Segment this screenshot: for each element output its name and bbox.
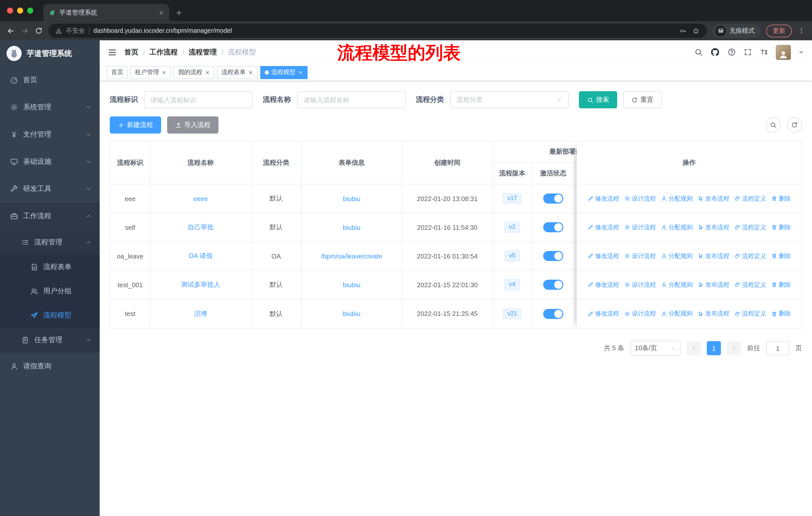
reset-button[interactable]: 重置 (623, 91, 662, 108)
action-design[interactable]: 设计流程 (624, 252, 656, 260)
search-button[interactable]: 搜索 (579, 91, 617, 108)
action-delete[interactable]: 删除 (771, 252, 791, 260)
activation-toggle[interactable] (543, 251, 563, 261)
window-close-button[interactable] (7, 7, 13, 13)
goto-page-input[interactable] (766, 341, 789, 355)
form-link[interactable]: biubiu (343, 223, 360, 231)
sidebar-item[interactable]: 研发工具 (0, 175, 100, 202)
process-name-link[interactable]: eeee (193, 195, 208, 202)
tab-close-icon[interactable] (158, 10, 164, 16)
action-delete[interactable]: 删除 (771, 309, 791, 318)
page-size-select[interactable]: 10条/页 (630, 341, 680, 356)
window-zoom-button[interactable] (27, 7, 33, 13)
tag-item[interactable]: 流程表单 (217, 66, 258, 79)
breadcrumb-item[interactable]: 流程管理 (189, 48, 217, 57)
form-link[interactable]: /bpm/oa/leave/create (321, 252, 382, 260)
action-definition[interactable]: 流程定义 (734, 252, 766, 260)
action-definition[interactable]: 流程定义 (734, 194, 766, 203)
activation-toggle[interactable] (543, 309, 563, 319)
sidebar-item[interactable]: 支付管理 (0, 121, 100, 148)
tag-close-icon[interactable] (248, 70, 253, 75)
action-publish[interactable]: 发布流程 (698, 252, 729, 260)
action-assign-user[interactable]: 分配规则 (661, 309, 693, 318)
process-name-link[interactable]: OA 请假 (188, 251, 212, 261)
action-design[interactable]: 设计流程 (624, 280, 656, 289)
tag-item[interactable]: 租户管理 (130, 66, 171, 79)
sidebar-item[interactable]: 基础设施 (0, 148, 100, 175)
prev-page-button[interactable] (687, 341, 701, 355)
process-key-input[interactable] (144, 91, 253, 108)
action-publish[interactable]: 发布流程 (698, 223, 729, 232)
forward-button[interactable] (21, 26, 29, 35)
refresh-table-button[interactable] (787, 117, 802, 133)
sidebar-item[interactable]: 流程表单 (0, 255, 100, 279)
action-definition[interactable]: 流程定义 (734, 280, 766, 289)
bookmark-star-icon[interactable] (692, 27, 700, 34)
reload-button[interactable] (35, 27, 43, 35)
tag-item[interactable]: 我的流程 (174, 66, 214, 79)
toggle-search-button[interactable] (766, 117, 781, 133)
action-assign-user[interactable]: 分配规则 (661, 280, 693, 289)
breadcrumb-item[interactable]: 工作流程 (149, 48, 178, 57)
action-edit[interactable]: 修改流程 (587, 280, 619, 289)
address-bar[interactable]: 不安全 dashboard.yudao.iocoder.cn/bpm/manag… (48, 24, 707, 38)
help-icon[interactable] (727, 48, 736, 56)
activation-toggle[interactable] (543, 222, 563, 232)
action-edit[interactable]: 修改流程 (587, 309, 619, 318)
tag-close-icon[interactable] (205, 70, 210, 75)
new-tab-button[interactable] (169, 4, 189, 21)
sidebar-item[interactable]: 系统管理 (0, 94, 100, 121)
action-assign-user[interactable]: 分配规则 (661, 252, 693, 260)
activation-toggle[interactable] (543, 193, 563, 203)
action-delete[interactable]: 删除 (771, 194, 791, 203)
activation-toggle[interactable] (543, 280, 563, 290)
password-key-icon[interactable] (679, 27, 687, 34)
breadcrumb-item[interactable]: 首页 (124, 48, 139, 57)
action-design[interactable]: 设计流程 (624, 223, 656, 232)
avatar-caret-icon[interactable] (799, 49, 804, 55)
sidebar-item[interactable]: 流程模型 (0, 303, 100, 328)
category-select[interactable]: 流程分类 (450, 91, 569, 108)
action-design[interactable]: 设计流程 (624, 309, 656, 318)
hamburger-icon[interactable] (108, 48, 117, 57)
process-name-link[interactable]: 滔博 (194, 309, 207, 318)
action-definition[interactable]: 流程定义 (734, 223, 766, 232)
action-delete[interactable]: 删除 (771, 280, 791, 289)
sidebar-item[interactable]: 流程管理 (0, 230, 100, 255)
next-page-button[interactable] (727, 341, 741, 355)
app-logo[interactable]: 芋道管理系统 (0, 40, 100, 66)
browser-tab[interactable]: 芋道管理系统 (43, 4, 169, 21)
fullscreen-icon[interactable] (744, 48, 752, 56)
form-link[interactable]: biubiu (343, 281, 360, 289)
tag-item[interactable]: 流程模型 (260, 66, 308, 79)
action-delete[interactable]: 删除 (771, 223, 791, 232)
tag-item[interactable]: 首页 (107, 66, 128, 79)
action-edit[interactable]: 修改流程 (587, 194, 619, 203)
import-process-button[interactable]: 导入流程 (167, 116, 219, 134)
action-definition[interactable]: 流程定义 (734, 309, 766, 318)
sidebar-item[interactable]: 工作流程 (0, 202, 100, 230)
process-name-link[interactable]: 自己审批 (187, 223, 214, 232)
sidebar-item[interactable]: 任务管理 (0, 328, 100, 353)
back-button[interactable] (6, 26, 15, 35)
action-publish[interactable]: 发布流程 (698, 309, 729, 318)
action-edit[interactable]: 修改流程 (587, 223, 619, 232)
action-edit[interactable]: 修改流程 (587, 252, 619, 260)
action-assign-user[interactable]: 分配规则 (661, 194, 693, 203)
tag-close-icon[interactable] (162, 70, 167, 75)
action-publish[interactable]: 发布流程 (698, 280, 729, 289)
process-name-input[interactable] (297, 91, 406, 108)
window-minimize-button[interactable] (17, 7, 23, 13)
action-design[interactable]: 设计流程 (624, 194, 656, 203)
process-name-link[interactable]: 测试多审批人 (181, 280, 220, 289)
sidebar-item[interactable]: 首页 (0, 66, 100, 94)
tag-close-icon[interactable] (298, 70, 303, 75)
font-size-icon[interactable] (760, 48, 768, 56)
search-icon[interactable] (694, 48, 703, 56)
action-assign-user[interactable]: 分配规则 (661, 223, 693, 232)
form-link[interactable]: biubiu (343, 195, 360, 202)
page-number-button[interactable]: 1 (707, 341, 721, 355)
create-process-button[interactable]: 新建流程 (110, 116, 161, 134)
sidebar-item[interactable]: 用户分组 (0, 279, 100, 303)
browser-menu-icon[interactable] (798, 27, 806, 35)
